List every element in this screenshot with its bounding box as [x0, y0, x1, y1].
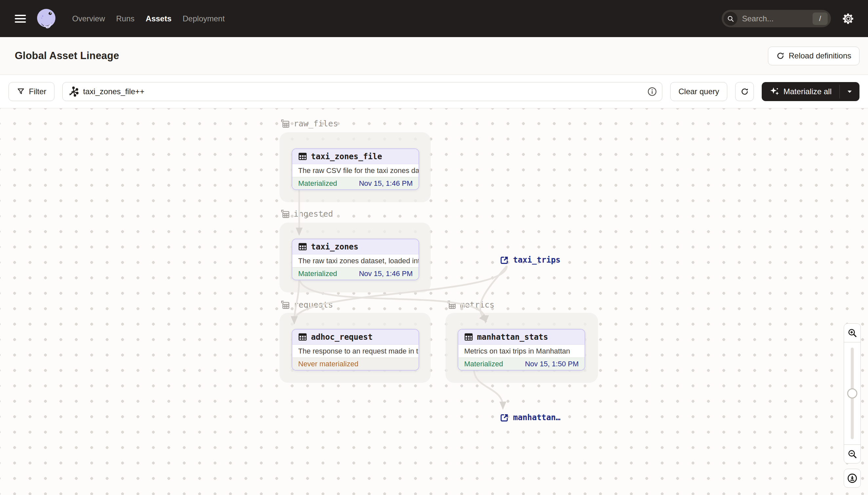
nav-item-assets[interactable]: Assets	[146, 14, 172, 23]
group-icon	[281, 300, 290, 309]
caret-down-icon	[846, 88, 853, 95]
status-label: Materialized	[298, 179, 337, 188]
materialization-timestamp: Nov 15, 1:46 PM	[359, 270, 413, 278]
external-link-icon	[500, 256, 509, 264]
top-nav: Overview Runs Assets Deployment /	[0, 0, 868, 37]
slash-shortcut-badge: /	[813, 13, 828, 25]
nav-links: Overview Runs Assets Deployment	[72, 14, 225, 23]
gear-icon[interactable]	[842, 12, 855, 25]
graph-query-icon	[68, 86, 79, 97]
zoom-controls	[844, 323, 861, 463]
search-icon	[724, 12, 738, 25]
asset-name: adhoc_request	[311, 332, 373, 342]
nav-item-overview[interactable]: Overview	[72, 14, 105, 23]
zoom-out-button[interactable]	[844, 445, 861, 463]
filter-icon	[17, 87, 25, 96]
status-label: Materialized	[464, 360, 503, 368]
lineage-toolbar: Filter Clear query Materialize all	[0, 75, 868, 108]
asset-name: manhattan_stats	[477, 332, 548, 342]
table-icon	[298, 332, 307, 341]
asset-name: taxi_zones_file	[311, 152, 382, 161]
table-icon	[298, 152, 307, 161]
group-label-raw-files: raw_files	[281, 119, 338, 129]
group-icon	[281, 209, 290, 219]
asset-description: The raw CSV file for the taxi zones dat…	[292, 164, 419, 177]
zoom-out-icon	[847, 449, 857, 459]
reload-definitions-button[interactable]: Reload definitions	[768, 47, 860, 65]
search-input[interactable]	[742, 14, 813, 23]
status-label: Materialized	[298, 270, 337, 278]
clear-query-button[interactable]: Clear query	[670, 82, 727, 101]
sparkle-icon	[769, 87, 779, 97]
asset-query-input[interactable]	[62, 82, 662, 101]
clear-query-label: Clear query	[678, 87, 719, 96]
download-image-button[interactable]	[844, 469, 861, 488]
group-label-ingested: ingested	[281, 209, 333, 219]
asset-name: taxi_zones	[311, 242, 358, 252]
asset-node-manhattan-stats[interactable]: manhattan_stats Metrics on taxi trips in…	[458, 329, 585, 371]
download-icon	[847, 473, 857, 483]
group-icon	[447, 300, 456, 309]
status-label: Never materialized	[298, 360, 358, 368]
asset-query-field	[62, 82, 662, 101]
group-label-metrics: metrics	[447, 300, 494, 309]
hamburger-icon[interactable]	[15, 15, 26, 23]
asset-node-adhoc-request[interactable]: adhoc_request The response to an request…	[291, 329, 419, 371]
table-icon	[298, 242, 307, 251]
page-title: Global Asset Lineage	[15, 50, 119, 62]
materialize-all-label: Materialize all	[783, 87, 832, 96]
filter-label: Filter	[29, 87, 46, 96]
external-asset-link-manhattan[interactable]: manhattan…	[500, 413, 561, 422]
page-header: Global Asset Lineage Reload definitions	[0, 37, 868, 75]
materialize-options-button[interactable]	[840, 82, 860, 101]
reload-icon	[776, 52, 785, 60]
zoom-slider[interactable]	[844, 342, 861, 445]
materialization-timestamp: Nov 15, 1:46 PM	[359, 179, 413, 188]
refresh-button[interactable]	[735, 82, 754, 101]
global-search[interactable]: /	[722, 10, 831, 27]
asset-node-taxi-zones-file[interactable]: taxi_zones_file The raw CSV file for the…	[291, 148, 419, 190]
nav-item-deployment[interactable]: Deployment	[183, 14, 225, 23]
external-link-icon	[500, 413, 509, 422]
materialization-timestamp: Nov 15, 1:50 PM	[525, 360, 579, 368]
asset-node-taxi-zones[interactable]: taxi_zones The raw taxi zones dataset, l…	[291, 239, 419, 280]
info-icon[interactable]	[647, 87, 657, 97]
zoom-in-button[interactable]	[844, 324, 861, 342]
filter-button[interactable]: Filter	[8, 82, 54, 101]
asset-description: Metrics on taxi trips in Manhattan	[458, 345, 585, 357]
zoom-in-icon	[847, 328, 857, 338]
asset-description: The response to an request made in th…	[292, 345, 419, 357]
lineage-canvas[interactable]: raw_files ingested requests metrics	[0, 108, 868, 495]
materialize-all-button[interactable]: Materialize all	[762, 82, 839, 101]
asset-description: The raw taxi zones dataset, loaded int…	[292, 254, 419, 267]
reload-definitions-label: Reload definitions	[789, 51, 851, 61]
external-asset-link-taxi-trips[interactable]: taxi_trips	[500, 255, 561, 264]
materialize-all-split-button: Materialize all	[762, 82, 860, 101]
table-icon	[464, 332, 473, 341]
lineage-edges	[0, 108, 868, 495]
dagster-logo[interactable]	[35, 8, 57, 30]
nav-item-runs[interactable]: Runs	[116, 14, 135, 23]
group-label-requests: requests	[281, 300, 333, 309]
zoom-slider-thumb[interactable]	[847, 388, 857, 398]
refresh-icon	[740, 87, 749, 96]
group-icon	[281, 119, 290, 129]
